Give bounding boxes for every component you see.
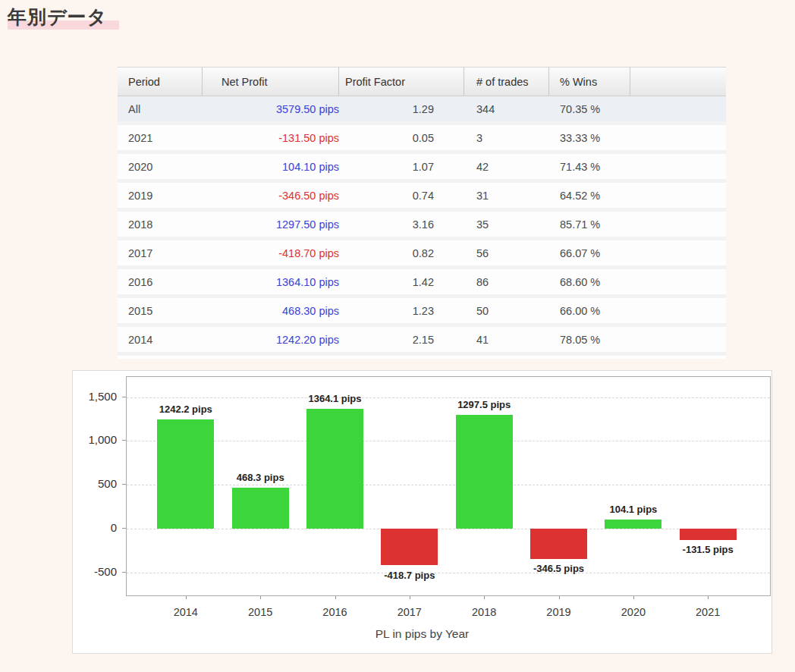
cell-num-trades: 56 <box>464 247 549 259</box>
cell-num-trades: 35 <box>464 218 549 231</box>
cell-net-profit: -131.50 pips <box>203 132 339 144</box>
cell-period: 2018 <box>118 218 203 231</box>
x-axis-tick-label: 2018 <box>457 606 511 618</box>
column-header-profit-factor: Profit Factor <box>339 68 464 96</box>
gridline <box>127 397 770 398</box>
gridline <box>127 529 770 529</box>
cell-period: 2016 <box>118 276 203 288</box>
page-title: 年別データ <box>8 5 119 30</box>
cell-profit-factor: 0.05 <box>339 132 464 144</box>
cell-num-trades: 344 <box>464 103 549 115</box>
table-row: 20141242.20 pips2.154178.05 % <box>118 327 726 356</box>
table-header-row: PeriodNet ProfitProfit Factor# of trades… <box>118 67 726 96</box>
column-header-net-profit: Net Profit <box>203 68 339 96</box>
table-row: 2019-346.50 pips0.743164.52 % <box>118 183 726 212</box>
cell-profit-factor: 0.82 <box>339 247 464 259</box>
table-row: 20161364.10 pips1.428668.60 % <box>118 269 726 298</box>
cell-percent-wins: 66.07 % <box>549 247 630 259</box>
y-axis-tick-label: 1,500 <box>73 390 117 403</box>
cell-net-profit: 104.10 pips <box>203 161 339 173</box>
cell-net-profit: -418.70 pips <box>203 247 339 259</box>
report-page: 年別データ PeriodNet ProfitProfit Factor# of … <box>0 0 795 672</box>
bar-value-label: 1364.1 pips <box>285 393 385 404</box>
x-axis-tick-label: 2019 <box>532 606 586 618</box>
bar-2019 <box>530 529 587 559</box>
cell-net-profit: 468.30 pips <box>203 305 339 317</box>
cell-profit-factor: 1.29 <box>339 103 464 115</box>
x-axis-tick-mark <box>633 596 634 599</box>
y-axis-tick-label: -500 <box>73 565 117 578</box>
column-header--wins: % Wins <box>549 68 630 96</box>
cell-percent-wins: 71.43 % <box>549 161 630 173</box>
cell-profit-factor: 2.15 <box>339 334 464 346</box>
bar-value-label: 1297.5 pips <box>434 399 534 410</box>
x-axis-tick-label: 2017 <box>382 606 437 618</box>
x-axis-tick-mark <box>708 596 709 599</box>
bar-value-label: 468.3 pips <box>210 472 310 483</box>
x-axis-tick-mark <box>484 596 485 599</box>
cell-period: 2014 <box>118 334 203 346</box>
cell-profit-factor: 1.42 <box>339 276 464 288</box>
gridline <box>127 485 770 485</box>
cell-num-trades: 31 <box>464 190 549 202</box>
cell-net-profit: 1242.20 pips <box>203 334 339 346</box>
cell-num-trades: 41 <box>464 334 549 346</box>
y-axis-tick-mark <box>122 440 126 441</box>
bar-value-label: 104.1 pips <box>583 504 683 515</box>
cell-profit-factor: 0.74 <box>339 190 464 202</box>
x-axis-tick-mark <box>559 596 560 599</box>
bar-value-label: -131.5 pips <box>658 544 758 555</box>
cell-period: 2017 <box>118 247 203 259</box>
page-title-text: 年別データ <box>8 6 119 30</box>
y-axis-tick-mark <box>122 572 126 573</box>
table-row: 2017-418.70 pips0.825666.07 % <box>118 240 726 269</box>
cell-num-trades: 50 <box>464 305 549 317</box>
bar-2016 <box>306 409 363 529</box>
cell-percent-wins: 33.33 % <box>549 132 630 144</box>
y-axis-tick-mark <box>122 397 126 397</box>
cell-net-profit: -346.50 pips <box>203 190 339 202</box>
cell-percent-wins: 68.60 % <box>549 276 630 288</box>
bar-value-label: 1242.2 pips <box>136 404 236 415</box>
bar-2021 <box>680 529 737 540</box>
cell-percent-wins: 70.35 % <box>549 103 630 115</box>
x-axis-tick-mark <box>410 596 410 599</box>
cell-net-profit: 3579.50 pips <box>203 103 339 115</box>
cell-num-trades: 86 <box>464 276 549 288</box>
cell-period: All <box>118 103 203 115</box>
cell-profit-factor: 3.16 <box>339 218 464 231</box>
table-row: 2020104.10 pips1.074271.43 % <box>118 154 726 183</box>
y-axis-tick-mark <box>122 528 126 529</box>
x-axis-tick-label: 2014 <box>159 606 213 618</box>
cell-period: 2019 <box>118 190 203 202</box>
table-row: All3579.50 pips1.2934470.35 % <box>118 96 726 125</box>
yearly-stats-table: PeriodNet ProfitProfit Factor# of trades… <box>118 67 726 359</box>
x-axis-tick-label: 2016 <box>308 606 363 618</box>
x-axis-tick-label: 2020 <box>606 606 661 618</box>
bar-value-label: -418.7 pips <box>360 570 460 581</box>
cell-percent-wins: 64.52 % <box>549 190 630 202</box>
bar-2017 <box>381 529 438 565</box>
cell-profit-factor: 1.07 <box>339 161 464 173</box>
gridline <box>127 441 770 441</box>
y-axis-tick-mark <box>122 484 126 485</box>
cell-net-profit: 1297.50 pips <box>203 218 339 231</box>
bar-2020 <box>605 520 661 529</box>
cell-percent-wins: 66.00 % <box>549 305 630 317</box>
chart-title: PL in pips by Year <box>73 627 771 641</box>
y-axis-tick-label: 500 <box>73 477 117 490</box>
table-row: 2021-131.50 pips0.05333.33 % <box>118 125 726 154</box>
x-axis-tick-mark <box>186 596 187 599</box>
bar-value-label: -346.5 pips <box>509 563 609 574</box>
column-header-empty <box>630 68 726 96</box>
bar-2018 <box>456 415 513 529</box>
cell-period: 2021 <box>118 132 203 144</box>
column-header--of-trades: # of trades <box>464 68 549 96</box>
pl-by-year-chart: 1242.2 pips468.3 pips1364.1 pips-418.7 p… <box>72 370 772 654</box>
table-row: 20181297.50 pips3.163585.71 % <box>118 212 726 240</box>
chart-plot-area: 1242.2 pips468.3 pips1364.1 pips-418.7 p… <box>126 376 771 596</box>
x-axis-tick-mark <box>260 596 261 599</box>
cell-num-trades: 42 <box>464 161 549 173</box>
table-body: All3579.50 pips1.2934470.35 %2021-131.50… <box>118 96 726 356</box>
column-header-period: Period <box>118 68 203 96</box>
